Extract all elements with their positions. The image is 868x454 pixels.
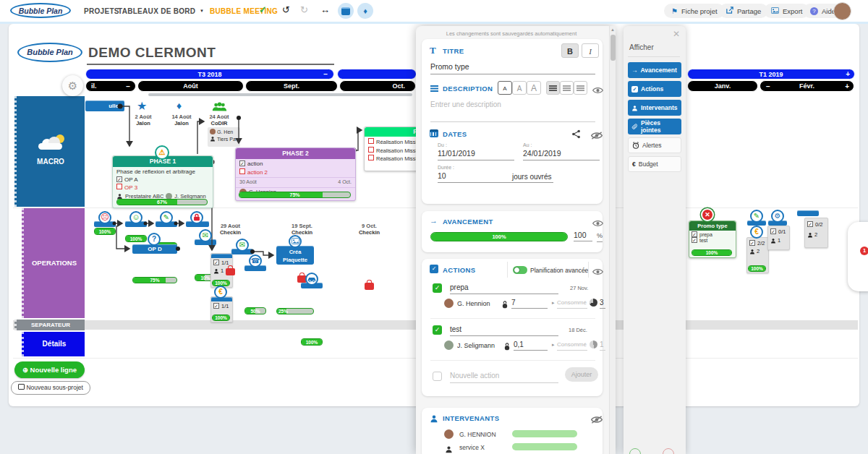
gear-icon[interactable]: ⚙ <box>771 210 784 223</box>
month-bar-janv[interactable]: Janv. <box>687 80 758 92</box>
phase2-card[interactable]: PHASE 2 action action 2 30 Août 4 Oct. G… <box>235 147 356 201</box>
collapse-quarter-icon[interactable]: − <box>323 69 328 80</box>
phone-icon[interactable]: ☎ <box>249 254 262 267</box>
milestone-people-icon[interactable] <box>212 101 227 114</box>
milestone-star-icon[interactable]: ★ <box>137 99 147 113</box>
new-line-button[interactable]: ⊕ Nouvelle ligne <box>14 361 85 378</box>
consomme-input[interactable]: Consommé <box>557 299 587 309</box>
checkbox-checked-icon[interactable] <box>692 237 697 243</box>
euro-icon[interactable]: € <box>214 286 227 299</box>
eye-icon[interactable] <box>592 265 603 278</box>
new-subproject-button[interactable]: Nouveau sous-projet <box>11 381 90 395</box>
phase-item[interactable]: action 2 <box>239 168 352 177</box>
allocation-bar[interactable] <box>512 430 577 437</box>
action-checkbox-checked[interactable]: ✓ <box>433 283 442 293</box>
expand-month-icon[interactable]: + <box>845 82 849 92</box>
charge-input[interactable]: 0,1 <box>514 340 548 351</box>
project-title[interactable]: DEMO CLERMONT <box>88 45 216 61</box>
phase-item[interactable]: prepa <box>692 231 733 237</box>
checkin-icon[interactable] <box>226 268 235 275</box>
ajouter-button[interactable]: Ajouter <box>565 367 598 382</box>
date-start-input[interactable]: 11/01/2019 <box>438 149 514 160</box>
expand-quarter-icon[interactable]: + <box>846 69 850 80</box>
allocation-bar[interactable] <box>512 443 577 450</box>
collapse-month-icon[interactable]: − <box>766 82 770 92</box>
task-card[interactable]: 0/1 1 <box>767 226 790 250</box>
action-checkbox-checked[interactable]: ✓ <box>433 325 442 335</box>
row-header-macro[interactable]: MACRO <box>14 96 85 207</box>
title-input[interactable]: Promo type <box>430 62 595 74</box>
italic-button[interactable]: I <box>582 43 599 58</box>
description-input[interactable]: Entrer une description <box>430 100 595 122</box>
consomme-caret-icon[interactable]: ▸ <box>552 300 555 306</box>
afficher-intervenants-button[interactable]: Intervenants <box>628 100 681 116</box>
delete-button[interactable] <box>663 448 674 454</box>
afficher-budget-button[interactable]: € Budget <box>628 156 681 172</box>
phase1-card[interactable]: PHASE 1 Phase de réflexion et arbitrage … <box>112 155 213 208</box>
afficher-pieces-jointes-button[interactable]: Pièces jointes <box>628 119 681 134</box>
pencil-icon[interactable]: ✎ <box>160 211 173 224</box>
reste-input[interactable]: 1 <box>600 340 605 351</box>
consomme-input[interactable]: Consommé <box>557 341 587 351</box>
month-bar-oct[interactable]: Oct. <box>339 80 416 92</box>
checkbox-unchecked-icon[interactable] <box>368 147 374 153</box>
align-left-button[interactable] <box>546 81 560 95</box>
euro-icon[interactable]: € <box>750 226 763 239</box>
align-right-button[interactable] <box>574 81 587 95</box>
afficher-alertes-button[interactable]: Alertes <box>628 137 681 153</box>
row-header-separateur[interactable]: SEPARATEUR <box>14 320 85 330</box>
checkbox-unchecked-icon[interactable] <box>368 155 374 160</box>
eye-slash-icon[interactable] <box>591 129 603 142</box>
font-size-small-button[interactable]: A <box>498 81 512 95</box>
nav-tableaux-de-bord[interactable]: TABLEAUX DE BORD <box>118 7 195 15</box>
codir-attendees-box[interactable]: G. Hen Tiers Pa <box>208 127 240 147</box>
user-avatar[interactable] <box>833 2 851 20</box>
month-bar-aout[interactable]: Août <box>137 80 244 92</box>
nav-projets[interactable]: PROJETS <box>84 7 119 15</box>
partage-button[interactable]: Partage <box>719 4 768 18</box>
checkbox-unchecked-icon[interactable] <box>368 138 374 144</box>
lock-icon[interactable] <box>190 211 203 224</box>
task-card-crea-plaquette[interactable]: Créa Plaquette <box>276 246 314 265</box>
envelope-icon[interactable]: ✉ <box>236 239 249 252</box>
scroll-up-icon[interactable]: ▲ <box>610 26 616 33</box>
checkbox-unchecked-icon[interactable] <box>239 168 245 174</box>
new-action-checkbox[interactable] <box>433 372 442 381</box>
frown-icon[interactable]: ☹ <box>98 211 111 224</box>
nav-bubble-meeting[interactable]: BUBBLE MEETING <box>210 7 278 15</box>
quarter-bar-t3-2018[interactable]: T3 2018 − <box>85 69 334 80</box>
task-card[interactable]: 1/1 100% <box>210 296 233 322</box>
envelope-icon[interactable]: ✉ <box>199 229 212 242</box>
reste-input[interactable]: 3 <box>600 299 605 309</box>
charge-input[interactable]: 7 <box>511 299 548 309</box>
checkin-icon[interactable] <box>365 283 374 290</box>
month-bar-juil[interactable]: il. − <box>85 80 136 92</box>
promo-type-card[interactable]: Promo type prepa test 100% <box>689 220 736 258</box>
share-icon[interactable] <box>571 129 581 142</box>
month-bar-fevr[interactable]: − Févr. + <box>760 80 854 92</box>
milestone-diamond-icon[interactable]: ♦ <box>176 100 182 111</box>
phase3-card[interactable]: P Réalisation Missio Réalisation Missio … <box>364 127 421 171</box>
phase-item[interactable]: OP A <box>116 176 209 184</box>
font-size-medium-button[interactable]: A <box>512 81 527 95</box>
close-badge-icon[interactable]: ✕ <box>701 208 714 221</box>
fit-width-icon[interactable]: ↔ <box>320 4 330 15</box>
consomme-caret-icon[interactable]: ▸ <box>552 342 555 348</box>
row-header-operations[interactable]: OPERATIONS <box>22 208 85 318</box>
phase-item[interactable]: Réalisation Missio <box>368 155 417 163</box>
task-bar-bulle[interactable]: ulle <box>85 100 124 111</box>
phase-item[interactable]: OP 3 <box>116 184 209 192</box>
font-size-large-button[interactable]: A <box>527 81 541 95</box>
action-name-input[interactable]: prepa <box>450 283 558 294</box>
confirm-icon[interactable]: ✓ <box>259 4 267 15</box>
collapse-month-icon[interactable]: − <box>126 82 130 92</box>
checkbox-unchecked-icon[interactable] <box>116 184 122 189</box>
duplicate-button[interactable] <box>629 448 641 454</box>
eye-icon[interactable] <box>592 217 603 230</box>
quarter-bar-t4-2018[interactable] <box>337 69 417 80</box>
view-mode-icon[interactable] <box>338 3 354 19</box>
car-icon[interactable] <box>305 273 318 286</box>
checkbox-checked-icon[interactable] <box>116 176 122 182</box>
month-bar-sept[interactable]: Sept. <box>245 80 338 92</box>
afficher-avancement-button[interactable]: →Avancement <box>628 62 681 78</box>
